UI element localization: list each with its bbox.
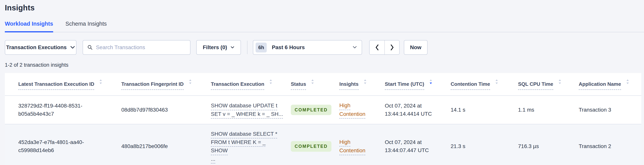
- col-header-insights[interactable]: Insights: [339, 73, 385, 96]
- col-header-latest-execution-id[interactable]: Latest Transaction Execution ID: [5, 73, 121, 96]
- status-cell: COMPLETED: [291, 96, 339, 124]
- chevron-down-icon: [352, 46, 357, 49]
- controls-bar: Transaction Executions Filters (0) 6h Pa…: [5, 40, 644, 55]
- insight-link[interactable]: High Contention: [339, 138, 372, 155]
- search-box: [82, 40, 190, 55]
- start-time-cell: Oct 07, 2024 at 13:44:14.4414 UTC: [385, 96, 451, 124]
- transaction-execution-cell: SHOW database SELECT * FROM t WHERE K = …: [211, 124, 291, 165]
- status-badge: COMPLETED: [291, 105, 332, 115]
- sql-cpu-time-cell: 1.1 ms: [518, 96, 579, 124]
- insights-cell: High Contention: [339, 124, 385, 165]
- col-header-application-name[interactable]: Application Name: [579, 73, 641, 96]
- time-range-picker[interactable]: 6h Past 6 Hours: [253, 40, 362, 55]
- insights-table-card: Latest Transaction Execution ID Transact…: [5, 73, 641, 165]
- table-header-row: Latest Transaction Execution ID Transact…: [5, 73, 641, 96]
- tab-schema-insights[interactable]: Schema Insights: [66, 21, 107, 32]
- sort-icon[interactable]: [189, 79, 192, 85]
- tabs-bar: Workload Insights Schema Insights: [5, 21, 644, 32]
- status-badge: COMPLETED: [291, 141, 332, 152]
- fingerprint-id-cell: 480a8b217be006fe: [121, 124, 211, 165]
- contention-time-cell: 14.1 s: [451, 96, 518, 124]
- time-range-label: Past 6 Hours: [272, 44, 305, 51]
- page-title: Insights: [5, 0, 644, 12]
- sort-icon[interactable]: [558, 79, 562, 85]
- filters-label: Filters (0): [203, 44, 227, 51]
- time-next-button[interactable]: [384, 41, 399, 54]
- filters-button[interactable]: Filters (0): [196, 40, 241, 55]
- application-name-cell: Transaction 3: [579, 96, 641, 124]
- fingerprint-id-cell: 08d8b7d97f830463: [121, 96, 211, 124]
- transaction-execution-link[interactable]: SHOW database SELECT * FROM t WHERE K = …: [211, 130, 283, 163]
- sort-icon[interactable]: [269, 79, 272, 85]
- divider: [247, 41, 248, 54]
- time-nav-group: [369, 40, 400, 55]
- transaction-execution-cell: SHOW database UPDATE t SET v = _ WHERE k…: [211, 96, 291, 124]
- sql-cpu-time-cell: 716.3 µs: [518, 124, 579, 165]
- search-input[interactable]: [96, 44, 186, 51]
- sort-icon[interactable]: [495, 79, 498, 85]
- tab-workload-insights[interactable]: Workload Insights: [5, 21, 53, 32]
- insights-table: Latest Transaction Execution ID Transact…: [5, 73, 641, 165]
- chevron-down-icon: [230, 46, 234, 49]
- insights-cell: High Contention: [339, 96, 385, 124]
- insight-type-dropdown[interactable]: Transaction Executions: [5, 40, 76, 55]
- table-row: 452da3e7-e7fa-4801-aa40-c59988d14eb6 480…: [5, 124, 641, 165]
- insight-type-label: Transaction Executions: [6, 44, 67, 51]
- sort-icon-active-desc[interactable]: [429, 79, 432, 85]
- sort-icon[interactable]: [626, 79, 629, 85]
- col-header-start-time[interactable]: Start Time (UTC): [385, 73, 451, 96]
- sort-icon[interactable]: [99, 79, 102, 85]
- sort-icon[interactable]: [364, 79, 367, 85]
- transaction-execution-link[interactable]: SHOW database UPDATE t SET v = _ WHERE k…: [211, 101, 283, 118]
- chevron-right-icon: [390, 44, 394, 51]
- col-header-status[interactable]: Status: [291, 73, 339, 96]
- chevron-down-icon: [70, 46, 75, 49]
- chevron-left-icon: [375, 44, 379, 51]
- start-time-cell: Oct 07, 2024 at 13:44:07.447 UTC: [385, 124, 451, 165]
- col-header-sql-cpu-time[interactable]: SQL CPU Time: [518, 73, 579, 96]
- time-range-badge: 6h: [256, 43, 267, 52]
- col-header-transaction-execution[interactable]: Transaction Execution: [211, 73, 291, 96]
- col-header-contention-time[interactable]: Contention Time: [451, 73, 518, 96]
- insight-link[interactable]: High Contention: [339, 101, 372, 118]
- time-prev-button[interactable]: [370, 41, 384, 54]
- now-button[interactable]: Now: [404, 40, 428, 55]
- col-header-fingerprint-id[interactable]: Transaction Fingerprint ID: [121, 73, 211, 96]
- execution-id-cell: 328729d2-ff19-4408-8531-b05a5b4e43c7: [5, 96, 121, 124]
- table-row: 328729d2-ff19-4408-8531-b05a5b4e43c7 08d…: [5, 96, 641, 124]
- application-name-cell: Transaction 2: [579, 124, 641, 165]
- results-count: 1-2 of 2 transaction insights: [5, 62, 644, 68]
- search-icon: [87, 44, 93, 51]
- status-cell: COMPLETED: [291, 124, 339, 165]
- contention-time-cell: 21.3 s: [451, 124, 518, 165]
- sort-icon[interactable]: [311, 79, 314, 85]
- execution-id-cell: 452da3e7-e7fa-4801-aa40-c59988d14eb6: [5, 124, 121, 165]
- insights-page: Insights Workload Insights Schema Insigh…: [0, 0, 644, 165]
